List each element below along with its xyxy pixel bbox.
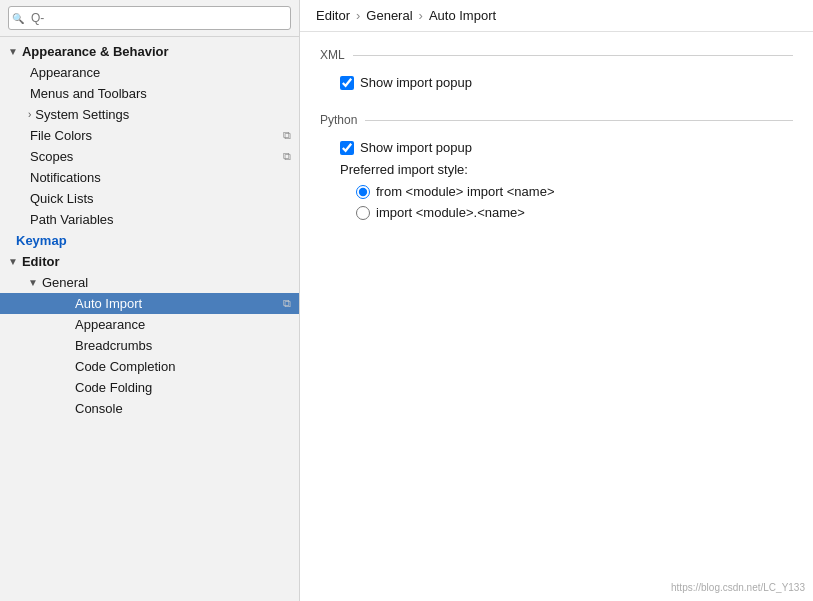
- sidebar-item-label: File Colors: [30, 128, 92, 143]
- nav-group-header-appearance-behavior[interactable]: ▼ Appearance & Behavior: [0, 41, 299, 62]
- xml-show-import-popup-checkbox[interactable]: [340, 76, 354, 90]
- sidebar-item-keymap[interactable]: Keymap: [0, 230, 299, 251]
- preferred-import-style-label: Preferred import style:: [320, 158, 793, 181]
- xml-show-import-popup-row: Show import popup: [320, 72, 793, 93]
- search-container: [0, 0, 299, 37]
- nav-group-appearance-behavior: ▼ Appearance & Behavior Appearance Menus…: [0, 41, 299, 230]
- sidebar-item-auto-import[interactable]: Auto Import ⧉: [0, 293, 299, 314]
- xml-show-import-popup-label: Show import popup: [360, 75, 472, 90]
- python-section-title: Python: [320, 113, 793, 127]
- search-input[interactable]: [8, 6, 291, 30]
- sidebar-item-notifications[interactable]: Notifications: [0, 167, 299, 188]
- sidebar-item-label: General: [42, 275, 88, 290]
- breadcrumb-auto-import: Auto Import: [429, 8, 496, 23]
- copy-icon: ⧉: [283, 150, 291, 163]
- copy-icon: ⧉: [283, 297, 291, 310]
- nav-tree: ▼ Appearance & Behavior Appearance Menus…: [0, 37, 299, 601]
- chevron-right-icon: ›: [28, 109, 31, 120]
- chevron-down-icon: ▼: [28, 277, 38, 288]
- sidebar-item-label: Breadcrumbs: [75, 338, 152, 353]
- sidebar-item-label: Appearance: [30, 65, 100, 80]
- chevron-down-icon: ▼: [8, 256, 18, 267]
- breadcrumb-general: General: [366, 8, 412, 23]
- python-show-import-popup-row: Show import popup: [320, 137, 793, 158]
- editor-label: Editor: [22, 254, 60, 269]
- python-section: Python Show import popup Preferred impor…: [320, 113, 793, 223]
- appearance-behavior-label: Appearance & Behavior: [22, 44, 169, 59]
- sidebar-item-label: Menus and Toolbars: [30, 86, 147, 101]
- sidebar-item-label: Path Variables: [30, 212, 114, 227]
- radio-import-module-input[interactable]: [356, 206, 370, 220]
- python-show-import-popup-checkbox[interactable]: [340, 141, 354, 155]
- breadcrumb-sep: ›: [356, 8, 360, 23]
- radio-import-module: import <module>.<name>: [320, 202, 793, 223]
- radio-from-module: from <module> import <name>: [320, 181, 793, 202]
- sidebar-item-breadcrumbs[interactable]: Breadcrumbs: [0, 335, 299, 356]
- sidebar-item-label: System Settings: [35, 107, 129, 122]
- sidebar-item-appearance-editor[interactable]: Appearance: [0, 314, 299, 335]
- content-body: XML Show import popup Python Show import…: [300, 32, 813, 601]
- sidebar-item-label: Quick Lists: [30, 191, 94, 206]
- sidebar-item-file-colors[interactable]: File Colors ⧉: [0, 125, 299, 146]
- sidebar-item-label: Scopes: [30, 149, 73, 164]
- radio-from-module-input[interactable]: [356, 185, 370, 199]
- breadcrumb-sep: ›: [419, 8, 423, 23]
- content-wrapper: Editor › General › Auto Import XML Show …: [300, 0, 813, 601]
- sidebar-item-general[interactable]: ▼ General: [0, 272, 299, 293]
- radio-from-module-label: from <module> import <name>: [376, 184, 554, 199]
- copy-icon: ⧉: [283, 129, 291, 142]
- xml-section: XML Show import popup: [320, 48, 793, 93]
- sidebar-item-code-folding[interactable]: Code Folding: [0, 377, 299, 398]
- sidebar-item-system-settings[interactable]: › System Settings: [0, 104, 299, 125]
- sidebar-item-label: Console: [75, 401, 123, 416]
- sidebar-item-label: Code Folding: [75, 380, 152, 395]
- sidebar-item-quick-lists[interactable]: Quick Lists: [0, 188, 299, 209]
- sidebar-item-menus-toolbars[interactable]: Menus and Toolbars: [0, 83, 299, 104]
- sidebar-item-scopes[interactable]: Scopes ⧉: [0, 146, 299, 167]
- python-show-import-popup-label: Show import popup: [360, 140, 472, 155]
- sidebar-item-appearance[interactable]: Appearance: [0, 62, 299, 83]
- sidebar-item-label: Notifications: [30, 170, 101, 185]
- sidebar: ▼ Appearance & Behavior Appearance Menus…: [0, 0, 300, 601]
- sidebar-item-label: Auto Import: [75, 296, 142, 311]
- keymap-label: Keymap: [16, 233, 67, 248]
- nav-group-editor: ▼ Editor ▼ General Auto Import ⧉ Appeara…: [0, 251, 299, 419]
- sidebar-item-path-variables[interactable]: Path Variables: [0, 209, 299, 230]
- nav-group-header-editor[interactable]: ▼ Editor: [0, 251, 299, 272]
- sidebar-item-label: Appearance: [75, 317, 145, 332]
- sidebar-item-label: Code Completion: [75, 359, 175, 374]
- breadcrumb: Editor › General › Auto Import: [300, 0, 813, 32]
- search-wrapper: [8, 6, 291, 30]
- sidebar-item-code-completion[interactable]: Code Completion: [0, 356, 299, 377]
- breadcrumb-editor: Editor: [316, 8, 350, 23]
- sidebar-item-console[interactable]: Console: [0, 398, 299, 419]
- chevron-down-icon: ▼: [8, 46, 18, 57]
- content-panel: Editor › General › Auto Import XML Show …: [300, 0, 813, 601]
- xml-section-title: XML: [320, 48, 793, 62]
- radio-import-module-label: import <module>.<name>: [376, 205, 525, 220]
